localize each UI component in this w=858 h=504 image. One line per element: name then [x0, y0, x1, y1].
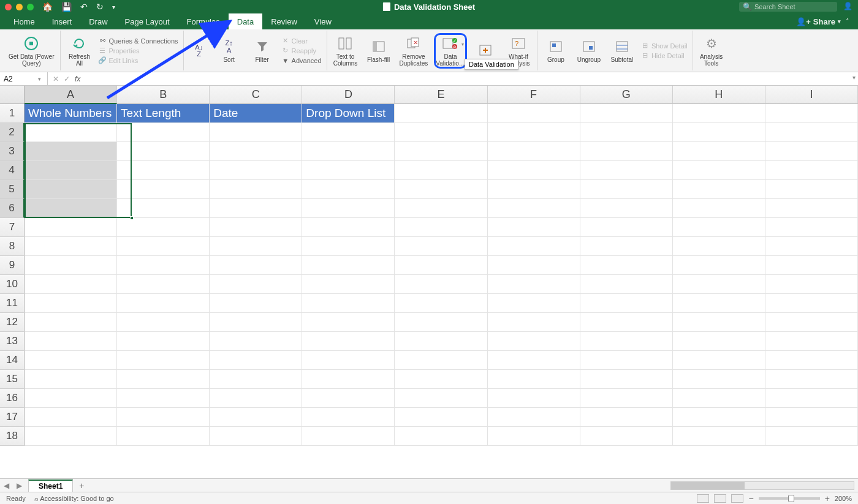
accessibility-status[interactable]: ⍝ Accessibility: Good to go: [34, 495, 114, 502]
hide-detail-button[interactable]: ⊟Hide Detail: [640, 51, 689, 60]
row-header-16[interactable]: 16: [0, 389, 25, 408]
cell-H16[interactable]: [673, 389, 765, 408]
cell-E14[interactable]: [395, 351, 487, 370]
cell-C1[interactable]: Date: [210, 104, 302, 123]
cell-C17[interactable]: [210, 408, 302, 427]
cell-E4[interactable]: [395, 161, 487, 180]
row-header-14[interactable]: 14: [0, 351, 25, 370]
tab-data[interactable]: Data: [229, 13, 262, 29]
zoom-window-button[interactable]: [27, 4, 34, 10]
advanced-filter-button[interactable]: ▼Advanced: [281, 56, 323, 65]
cell-B2[interactable]: [117, 123, 210, 142]
cell-A2[interactable]: [25, 123, 117, 142]
zoom-slider[interactable]: [759, 497, 820, 500]
cell-H8[interactable]: [673, 237, 765, 256]
cell-E11[interactable]: [395, 294, 487, 313]
page-layout-view-button[interactable]: [714, 494, 726, 503]
fill-handle[interactable]: [130, 216, 134, 220]
cell-I9[interactable]: [765, 256, 858, 275]
page-break-view-button[interactable]: [731, 494, 743, 503]
cell-C10[interactable]: [210, 275, 302, 294]
cell-C13[interactable]: [210, 332, 302, 351]
refresh-all-button[interactable]: Refresh All: [64, 34, 94, 68]
add-sheet-button[interactable]: +: [73, 481, 90, 491]
cell-C16[interactable]: [210, 389, 302, 408]
cell-C8[interactable]: [210, 237, 302, 256]
reapply-filter-button[interactable]: ↻Reapply: [281, 47, 323, 55]
horizontal-scrollbar[interactable]: [670, 481, 854, 490]
normal-view-button[interactable]: [697, 494, 709, 503]
cell-F2[interactable]: [488, 123, 580, 142]
row-header-5[interactable]: 5: [0, 180, 25, 199]
col-header-F[interactable]: F: [488, 86, 580, 104]
cell-B9[interactable]: [117, 256, 210, 275]
share-button[interactable]: 👤+ Share ▾: [796, 17, 841, 26]
cell-B5[interactable]: [117, 180, 210, 199]
fx-icon[interactable]: fx: [75, 75, 80, 83]
cell-D3[interactable]: [302, 142, 395, 161]
cell-D1[interactable]: Drop Down List: [302, 104, 395, 123]
cell-B10[interactable]: [117, 275, 210, 294]
cell-I12[interactable]: [765, 313, 858, 332]
cell-C14[interactable]: [210, 351, 302, 370]
cell-G9[interactable]: [580, 256, 673, 275]
cell-A10[interactable]: [25, 275, 117, 294]
cell-F6[interactable]: [488, 199, 580, 218]
cell-D9[interactable]: [302, 256, 395, 275]
cell-F12[interactable]: [488, 313, 580, 332]
cell-I2[interactable]: [765, 123, 858, 142]
cell-F18[interactable]: [488, 427, 580, 446]
cell-D5[interactable]: [302, 180, 395, 199]
cell-G3[interactable]: [580, 142, 673, 161]
cell-F1[interactable]: [488, 104, 580, 123]
tab-review[interactable]: Review: [262, 13, 306, 29]
row-header-13[interactable]: 13: [0, 332, 25, 351]
cell-G11[interactable]: [580, 294, 673, 313]
text-to-columns-button[interactable]: Text to Columns: [331, 34, 360, 68]
name-box-input[interactable]: [4, 75, 38, 83]
col-header-I[interactable]: I: [765, 86, 858, 104]
cell-H14[interactable]: [673, 351, 765, 370]
tab-formulas[interactable]: Formulas: [178, 13, 229, 29]
cell-A9[interactable]: [25, 256, 117, 275]
cell-G16[interactable]: [580, 389, 673, 408]
cell-B15[interactable]: [117, 370, 210, 389]
cell-E1[interactable]: [395, 104, 487, 123]
undo-icon[interactable]: ↶: [80, 2, 88, 12]
tab-nav-next[interactable]: ▶: [13, 481, 26, 490]
cell-D11[interactable]: [302, 294, 395, 313]
name-box[interactable]: ▾: [0, 72, 48, 85]
cell-G8[interactable]: [580, 237, 673, 256]
cell-I17[interactable]: [765, 408, 858, 427]
cell-H12[interactable]: [673, 313, 765, 332]
cell-G2[interactable]: [580, 123, 673, 142]
row-header-8[interactable]: 8: [0, 237, 25, 256]
cell-D13[interactable]: [302, 332, 395, 351]
scrollbar-thumb[interactable]: [671, 482, 745, 489]
cell-F4[interactable]: [488, 161, 580, 180]
cell-A14[interactable]: [25, 351, 117, 370]
cell-D8[interactable]: [302, 237, 395, 256]
properties-button[interactable]: ☰Properties: [97, 47, 179, 55]
cell-B3[interactable]: [117, 142, 210, 161]
cell-H2[interactable]: [673, 123, 765, 142]
cell-C5[interactable]: [210, 180, 302, 199]
cell-E6[interactable]: [395, 199, 487, 218]
cell-I1[interactable]: [765, 104, 858, 123]
cell-G6[interactable]: [580, 199, 673, 218]
cell-A18[interactable]: [25, 427, 117, 446]
cell-D6[interactable]: [302, 199, 395, 218]
enter-formula-icon[interactable]: ✓: [64, 75, 70, 83]
cell-D18[interactable]: [302, 427, 395, 446]
cell-C7[interactable]: [210, 218, 302, 237]
cell-I13[interactable]: [765, 332, 858, 351]
get-data-button[interactable]: Get Data (Power Query): [6, 34, 56, 68]
cell-B11[interactable]: [117, 294, 210, 313]
cell-B7[interactable]: [117, 218, 210, 237]
row-header-4[interactable]: 4: [0, 161, 25, 180]
cell-G1[interactable]: [580, 104, 673, 123]
cell-I15[interactable]: [765, 370, 858, 389]
qat-more-icon[interactable]: ▾: [112, 4, 115, 10]
col-header-A[interactable]: A: [25, 86, 117, 104]
cell-B13[interactable]: [117, 332, 210, 351]
